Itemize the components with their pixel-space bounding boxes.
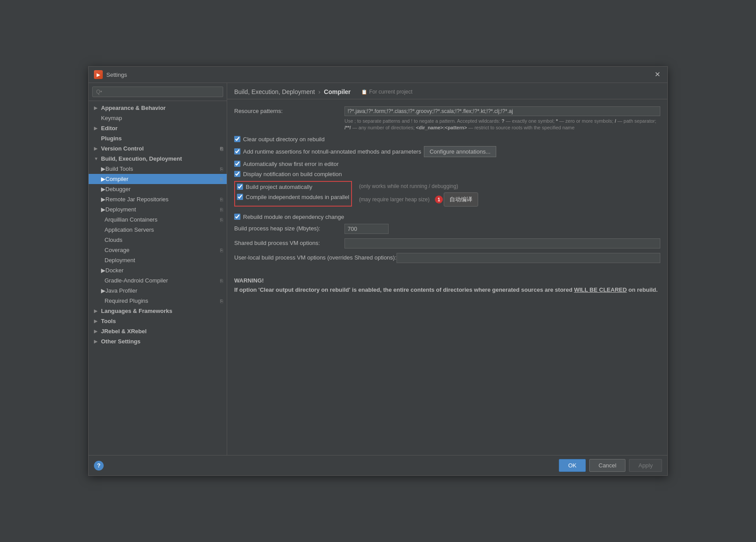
tooltip-popup: 自动编译	[444, 192, 478, 207]
sidebar-item-label: Debugger	[105, 186, 131, 192]
shared-vm-label: Shared build process VM options:	[234, 238, 344, 246]
compile-parallel-checkbox[interactable]	[237, 194, 243, 200]
copy-icon: ⎘	[220, 146, 223, 151]
chevron-right-icon: ▶	[101, 267, 105, 274]
sidebar-item-languages[interactable]: ▶ Languages & Frameworks	[89, 306, 227, 316]
breadcrumb: Build, Execution, Deployment › Compiler	[234, 88, 351, 95]
sidebar-item-clouds[interactable]: Clouds	[89, 235, 227, 245]
copy-icon: ⎘	[220, 298, 223, 304]
app-icon: ▶	[94, 70, 103, 79]
sidebar-item-java-profiler[interactable]: ▶ Java Profiler	[89, 286, 227, 296]
rebuild-module-row: Rebuild module on dependency change	[234, 214, 660, 220]
configure-annotations-button[interactable]: Configure annotations...	[424, 146, 496, 157]
search-box	[89, 83, 227, 101]
rebuild-module-checkbox[interactable]	[234, 214, 240, 220]
copy-icon: ⎘	[220, 207, 223, 212]
title-bar-left: ▶ Settings	[94, 70, 127, 79]
sidebar-item-debugger[interactable]: ▶ Debugger	[89, 184, 227, 194]
warning-body: If option 'Clear output directory on reb…	[234, 286, 660, 295]
add-assertions-label[interactable]: Add runtime assertions for notnull-annot…	[243, 148, 421, 155]
add-assertions-checkbox[interactable]	[234, 148, 240, 154]
sidebar-item-appearance[interactable]: ▶ Appearance & Behavior	[89, 103, 227, 113]
clear-output-checkbox[interactable]	[234, 136, 240, 142]
main-body: Resource patterns: Use ; to separate pat…	[227, 99, 667, 455]
copy-icon: ⎘	[220, 278, 223, 283]
heap-size-label: Build process heap size (Mbytes):	[234, 224, 344, 232]
settings-window: ▶ Settings ✕ ▶ Appearance & Behavior Key…	[88, 66, 668, 476]
copy-icon: ⎘	[220, 248, 223, 253]
show-error-row: Automatically show first error in editor	[234, 161, 660, 167]
sidebar-item-required-plugins[interactable]: Required Plugins ⎘	[89, 296, 227, 306]
build-auto-label[interactable]: Build project automatically	[246, 184, 312, 190]
copy-icon: ⎘	[220, 217, 223, 222]
heap-size-value	[344, 224, 389, 234]
tooltip-badge[interactable]: 1	[435, 196, 443, 203]
warning-title: WARNING!	[234, 276, 660, 286]
sidebar-item-version-control[interactable]: ▶ Version Control ⎘	[89, 143, 227, 154]
resource-hint: Use ; to separate patterns and ! to nega…	[344, 118, 660, 132]
tooltip-container: 1 自动编译	[431, 196, 443, 203]
sidebar-item-build-exec[interactable]: ▼ Build, Execution, Deployment	[89, 154, 227, 164]
breadcrumb-separator: ›	[318, 88, 321, 95]
build-auto-checkbox[interactable]	[237, 184, 243, 190]
sidebar-item-label: Compiler	[105, 176, 128, 182]
shared-vm-input[interactable]	[344, 238, 660, 248]
sidebar-item-remote-jar[interactable]: ▶ Remote Jar Repositories ⎘	[89, 194, 227, 204]
chevron-right-icon: ▶	[94, 309, 99, 313]
compile-parallel-note: (may require larger heap size)	[359, 196, 430, 203]
sidebar-item-keymap[interactable]: Keymap	[89, 113, 227, 123]
sidebar-item-gradle-android[interactable]: Gradle-Android Compiler ⎘	[89, 275, 227, 286]
sidebar-item-compiler[interactable]: ▶ Compiler ⎘	[89, 174, 227, 184]
userlocal-vm-row: User-local build process VM options (ove…	[234, 253, 660, 263]
sidebar-item-deployment[interactable]: ▶ Deployment ⎘	[89, 204, 227, 215]
close-button[interactable]: ✕	[653, 70, 662, 79]
chevron-right-icon: ▶	[101, 186, 105, 192]
shared-vm-row: Shared build process VM options:	[234, 238, 660, 248]
add-assertions-row: Add runtime assertions for notnull-annot…	[234, 146, 660, 157]
sidebar-item-jrebel[interactable]: ▶ JRebel & XRebel	[89, 326, 227, 336]
compile-parallel-row: Compile independent modules in parallel	[237, 194, 349, 200]
sidebar-item-coverage[interactable]: Coverage ⎘	[89, 245, 227, 255]
sidebar-item-label: JRebel & XRebel	[101, 328, 146, 335]
sidebar-item-deployment2[interactable]: Deployment	[89, 255, 227, 265]
show-error-label[interactable]: Automatically show first error in editor	[243, 161, 339, 167]
highlighted-section: Build project automatically Compile inde…	[234, 181, 660, 210]
display-notification-checkbox[interactable]	[234, 171, 240, 177]
resource-patterns-input[interactable]	[344, 106, 660, 116]
sidebar-item-app-servers[interactable]: Application Servers	[89, 225, 227, 235]
userlocal-vm-value	[397, 253, 660, 263]
sidebar-item-arquillian[interactable]: Arquillian Containers ⎘	[89, 215, 227, 225]
warning-box: WARNING! If option 'Clear output directo…	[234, 276, 660, 295]
help-button[interactable]: ?	[94, 461, 104, 470]
sidebar-item-label: Remote Jar Repositories	[105, 196, 168, 203]
display-notification-row: Display notification on build completion	[234, 171, 660, 177]
main-panel: Build, Execution, Deployment › Compiler …	[227, 83, 667, 455]
sidebar-item-other-settings[interactable]: ▶ Other Settings	[89, 336, 227, 346]
ok-button[interactable]: OK	[559, 459, 586, 472]
clear-output-label[interactable]: Clear output directory on rebuild	[243, 136, 325, 143]
compile-parallel-label[interactable]: Compile independent modules in parallel	[246, 194, 349, 200]
sidebar-item-label: Required Plugins	[105, 297, 148, 304]
userlocal-vm-input[interactable]	[397, 253, 660, 263]
chevron-right-icon: ▶	[101, 206, 105, 213]
display-notification-label[interactable]: Display notification on build completion	[243, 171, 342, 177]
chevron-right-icon: ▶	[101, 176, 105, 182]
sidebar-item-tools[interactable]: ▶ Tools	[89, 316, 227, 326]
sidebar-item-plugins[interactable]: ▶ Plugins	[89, 133, 227, 143]
notes-column: (only works while not running / debuggin…	[356, 181, 458, 203]
sidebar-item-build-tools[interactable]: ▶ Build Tools ⎘	[89, 164, 227, 174]
sidebar-item-docker[interactable]: ▶ Docker	[89, 265, 227, 275]
sidebar-item-label: Clouds	[105, 237, 122, 243]
chevron-right-icon: ▶	[94, 319, 99, 324]
chevron-right-icon: ▶	[94, 105, 99, 110]
cancel-button[interactable]: Cancel	[589, 459, 625, 472]
sidebar-item-label: Languages & Frameworks	[101, 308, 172, 314]
sidebar-item-label: Build Tools	[105, 166, 133, 172]
rebuild-module-label[interactable]: Rebuild module on dependency change	[243, 214, 344, 220]
show-error-checkbox[interactable]	[234, 161, 240, 167]
sidebar-item-editor[interactable]: ▶ Editor	[89, 123, 227, 133]
search-input[interactable]	[92, 87, 223, 97]
heap-size-input[interactable]	[344, 224, 389, 234]
apply-button[interactable]: Apply	[629, 459, 662, 472]
resource-patterns-label: Resource patterns:	[234, 106, 344, 114]
